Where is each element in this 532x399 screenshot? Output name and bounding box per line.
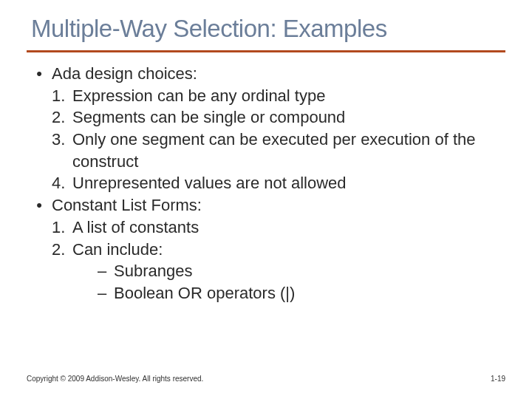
- copyright-text: Copyright © 2009 Addison-Wesley. All rig…: [27, 375, 203, 383]
- page-number: 1-19: [491, 375, 505, 383]
- number-marker: 4.: [52, 172, 72, 194]
- dash-icon: –: [98, 260, 114, 282]
- numbered-item: 3. Only one segment can be executed per …: [27, 129, 505, 172]
- sub-item: – Subranges: [27, 260, 505, 282]
- footer: Copyright © 2009 Addison-Wesley. All rig…: [27, 375, 505, 383]
- number-marker: 1.: [52, 85, 72, 107]
- slide-body: • Ada design choices: 1. Expression can …: [27, 63, 505, 304]
- dash-icon: –: [98, 282, 114, 304]
- numbered-item: 2. Segments can be single or compound: [27, 106, 505, 129]
- bullet-label: Constant List Forms:: [52, 194, 505, 216]
- number-marker: 1.: [52, 216, 72, 239]
- number-marker: 3.: [52, 129, 72, 172]
- numbered-text: Can include:: [72, 239, 505, 261]
- number-marker: 2.: [52, 106, 72, 129]
- numbered-text: Only one segment can be executed per exe…: [72, 129, 505, 172]
- numbered-item: 2. Can include:: [27, 239, 505, 261]
- title-rule: [27, 50, 505, 52]
- slide: Multiple-Way Selection: Examples • Ada d…: [0, 0, 532, 399]
- numbered-text: Expression can be any ordinal type: [72, 85, 505, 107]
- bullet-label: Ada design choices:: [52, 63, 505, 85]
- numbered-item: 1. A list of constants: [27, 216, 505, 239]
- numbered-text: Unrepresented values are not allowed: [72, 172, 505, 194]
- numbered-item: 4. Unrepresented values are not allowed: [27, 172, 505, 194]
- number-marker: 2.: [52, 239, 72, 261]
- slide-title: Multiple-Way Selection: Examples: [27, 15, 505, 43]
- numbered-item: 1. Expression can be any ordinal type: [27, 85, 505, 107]
- bullet-item: • Constant List Forms:: [27, 194, 505, 216]
- numbered-text: A list of constants: [72, 216, 505, 239]
- sub-item: – Boolean OR operators (|): [27, 282, 505, 304]
- numbered-text: Segments can be single or compound: [72, 106, 505, 129]
- sub-text: Subranges: [114, 260, 505, 282]
- bullet-icon: •: [27, 63, 52, 85]
- sub-text: Boolean OR operators (|): [114, 282, 505, 304]
- bullet-icon: •: [27, 194, 52, 216]
- bullet-item: • Ada design choices:: [27, 63, 505, 85]
